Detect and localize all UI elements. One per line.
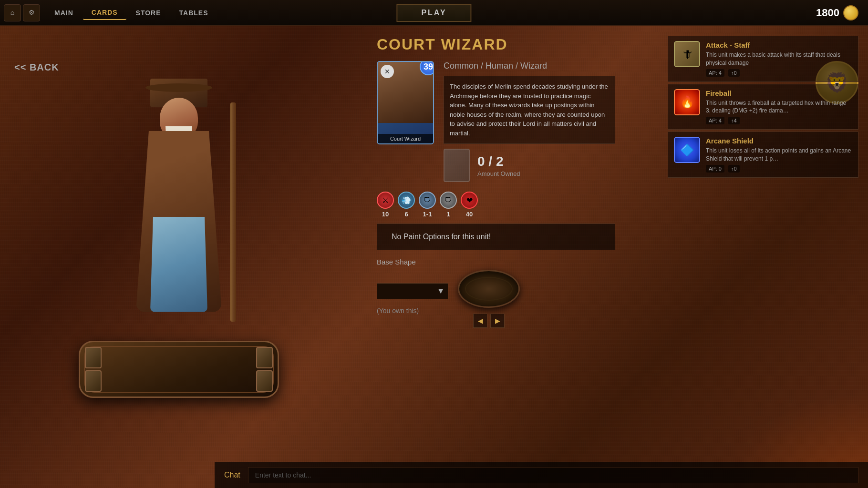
nav-links: MAIN CARDS STORE TABLES <box>46 6 217 20</box>
base-preview-group: ◀ ▶ <box>458 270 520 328</box>
fireball-ap-label: AP: 4 <box>706 117 724 124</box>
ability-fireball-name: Fireball <box>706 89 852 97</box>
staff-move-label: ↑0 <box>728 69 740 77</box>
no-paint-message: No Paint Options for this unit! <box>377 224 615 250</box>
ability-arcane-name: Arcane Shield <box>706 137 852 145</box>
main-content: << BACK <box>0 26 868 488</box>
ability-arcane-desc: This unit loses all of its action points… <box>706 147 852 163</box>
stats-row: ⚔ 10 💨 6 🛡 1-1 🛡 1 ❤ 40 <box>377 192 858 218</box>
stat-attack: ⚔ 10 <box>377 192 394 218</box>
base-shape-section: Base Shape ▼ (You own this) <box>377 258 858 328</box>
card-thumb-cross: ✕ <box>381 65 394 78</box>
chat-input[interactable] <box>248 467 858 483</box>
topbar: ⌂ ⚙ MAIN CARDS STORE TABLES PLAY 1800 <box>0 0 868 26</box>
base-clamp-tr <box>256 347 273 368</box>
ability-fireball-info: Fireball This unit throws a fireball at … <box>706 89 852 125</box>
base-select-group: ▼ (You own this) <box>377 283 448 315</box>
model-area <box>0 26 358 459</box>
plus-value: 40 <box>466 211 473 218</box>
chat-label: Chat <box>224 471 240 479</box>
ability-fireball-ap: AP: 4 ↑4 <box>706 117 852 124</box>
base-clamp-tl <box>85 347 102 368</box>
coin-icon <box>843 5 858 20</box>
nav-cards[interactable]: CARDS <box>83 6 126 20</box>
card-thumb-name: Court Wizard <box>378 134 433 143</box>
card-description: The disciples of Merlin spend decades st… <box>444 76 615 144</box>
base-shape-select[interactable] <box>377 283 448 299</box>
wizard-staff <box>230 102 236 322</box>
nav-main[interactable]: MAIN <box>46 6 82 20</box>
ability-staff-name: Attack - Staff <box>706 41 852 49</box>
shield-value: 1 <box>446 211 450 218</box>
ability-staff-info: Attack - Staff This unit makes a basic a… <box>706 41 852 77</box>
base-nav-arrows: ◀ ▶ <box>473 314 505 328</box>
currency-amount: 1800 <box>816 7 839 19</box>
stat-shield: 🛡 1 <box>440 192 457 218</box>
owned-count: 0 / 2 <box>477 154 520 169</box>
ability-fireball-desc: This unit throws a fireball at a targete… <box>706 99 852 115</box>
owned-label: Amount Owned <box>477 170 520 177</box>
base-shape-label: Base Shape <box>377 258 858 266</box>
wizard-hat-brim <box>145 83 212 92</box>
settings-icon[interactable]: ⚙ <box>23 4 40 21</box>
card-thumbnail: 39 ✕ Court Wizard <box>377 61 434 144</box>
ability-staff-icon: 🗡 <box>674 41 700 67</box>
arcane-ap-label: AP: 0 <box>706 165 724 173</box>
wizard-figure <box>60 88 298 398</box>
attack-icon: ⚔ <box>377 192 394 209</box>
wizard-body <box>112 93 246 341</box>
nav-tables[interactable]: TABLES <box>171 6 217 20</box>
base-preview <box>458 270 520 308</box>
play-button[interactable]: PLAY <box>396 4 471 22</box>
armor-icon: 🛡 <box>419 192 436 209</box>
shield-icon: 🛡 <box>440 192 457 209</box>
play-btn-container: PLAY <box>396 4 471 22</box>
abilities-panel: 🗡 Attack - Staff This unit makes a basic… <box>668 36 858 178</box>
base-shape-row: ▼ (You own this) ◀ ▶ <box>377 270 858 328</box>
nav-store[interactable]: STORE <box>127 6 170 20</box>
owned-text: 0 / 2 Amount Owned <box>477 154 520 177</box>
paint-abilities-row: No Paint Options for this unit! Base Sha… <box>377 224 858 328</box>
chat-bar: Chat <box>215 462 868 488</box>
stat-armor: 🛡 1-1 <box>419 192 436 218</box>
wind-value: 6 <box>404 211 408 218</box>
topbar-left: ⌂ ⚙ MAIN CARDS STORE TABLES <box>0 4 217 21</box>
ability-fireball-icon: 🔥 <box>674 89 700 115</box>
wizard-base <box>79 341 279 398</box>
stat-wind: 💨 6 <box>398 192 415 218</box>
ability-staff-ap: AP: 4 ↑0 <box>706 69 852 77</box>
base-clamp-br <box>256 370 273 392</box>
base-next-button[interactable]: ▶ <box>490 314 505 328</box>
arcane-move-label: ↑0 <box>728 165 740 173</box>
owned-card-placeholder <box>444 149 470 182</box>
ability-arcane-info: Arcane Shield This unit loses all of its… <box>706 137 852 173</box>
staff-ap-label: AP: 4 <box>706 69 724 77</box>
currency-display: 1800 <box>816 5 858 20</box>
wind-icon: 💨 <box>398 192 415 209</box>
stat-plus: ❤ 40 <box>461 192 478 218</box>
ability-fireball[interactable]: 🔥 Fireball This unit throws a fireball a… <box>668 84 858 130</box>
base-clamp-bl <box>85 370 102 392</box>
base-select-wrapper: ▼ <box>377 283 448 299</box>
left-section: No Paint Options for this unit! Base Sha… <box>377 224 858 328</box>
ability-attack-staff[interactable]: 🗡 Attack - Staff This unit makes a basic… <box>668 36 858 82</box>
fireball-move-label: ↑4 <box>728 117 740 124</box>
ability-staff-desc: This unit makes a basic attack with its … <box>706 51 852 67</box>
plus-icon: ❤ <box>461 192 478 209</box>
wizard-robe-blue <box>150 217 207 312</box>
ability-arcane-ap: AP: 0 ↑0 <box>706 165 852 173</box>
ability-arcane-icon: 🔷 <box>674 137 700 163</box>
right-panel: COURT WIZARD 39 ✕ Court Wizard Common / … <box>377 36 858 459</box>
ability-arcane-shield[interactable]: 🔷 Arcane Shield This unit loses all of i… <box>668 132 858 178</box>
you-own-label: (You own this) <box>377 307 448 315</box>
armor-value: 1-1 <box>423 211 432 218</box>
back-button[interactable]: << BACK <box>14 62 59 73</box>
base-prev-button[interactable]: ◀ <box>473 314 487 328</box>
home-icon[interactable]: ⌂ <box>4 4 21 21</box>
attack-value: 10 <box>382 211 389 218</box>
